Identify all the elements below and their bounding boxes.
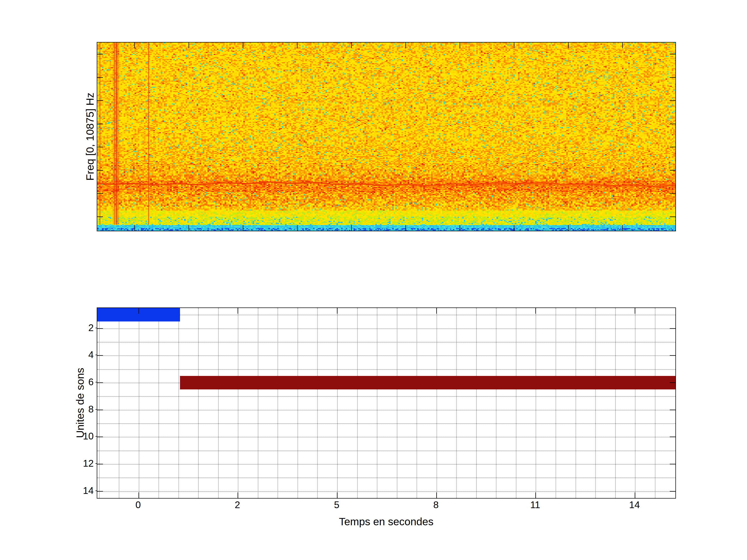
spectrogram-tick-mark [97, 100, 103, 101]
x-tick-mark [238, 492, 238, 498]
y-tick-mark [97, 328, 103, 329]
x-tick-mark [535, 492, 536, 498]
spectrogram-tick-mark [460, 43, 460, 48]
y-tick-label: 8 [62, 404, 94, 415]
spectrogram-tick-mark [297, 43, 298, 48]
gantt-hgrid-line [97, 464, 675, 464]
spectrogram-tick-mark [97, 193, 103, 194]
spectrogram-tick-mark [243, 43, 243, 48]
gantt-vgrid-line [218, 308, 218, 498]
y-tick-mark [97, 355, 103, 356]
y-tick-label: 4 [62, 350, 94, 360]
gantt-vgrid-line [238, 308, 238, 498]
gantt-vgrid-line [139, 308, 139, 498]
spectrogram-tick-mark [188, 43, 189, 48]
spectrogram-tick-mark [514, 225, 514, 231]
x-tick-label: 2 [222, 500, 253, 510]
y-tick-mark [670, 491, 675, 491]
y-tick-label: 10 [62, 431, 94, 442]
gantt-hgrid-line [97, 355, 675, 356]
spectrogram-tick-mark [188, 225, 189, 231]
x-tick-mark [138, 492, 139, 498]
spectrogram-tick-mark [670, 54, 675, 54]
spectrogram-tick-mark [97, 124, 103, 124]
gantt-hgrid-line [97, 396, 675, 397]
gantt-vgrid-line [516, 308, 516, 498]
gantt-vgrid-line [198, 308, 199, 498]
gantt-vgrid-line [655, 308, 655, 498]
spectrogram-tick-mark [460, 225, 460, 231]
gantt-hgrid-line [97, 437, 675, 437]
gantt-vgrid-line [416, 308, 417, 498]
x-tick-label: 14 [619, 500, 650, 510]
spectrogram-tick-mark [97, 147, 103, 147]
gantt-vgrid-line [456, 308, 457, 498]
spectrogram-tick-mark [97, 216, 103, 217]
spectrogram-tick-mark [568, 225, 569, 231]
gantt-vgrid-line [178, 308, 179, 498]
gantt-vgrid-line [298, 308, 298, 498]
gantt-vgrid-line [119, 308, 119, 498]
spectrogram-tick-mark [670, 77, 675, 78]
gantt-vgrid-line [615, 308, 616, 498]
spectrogram-tick-mark [622, 43, 623, 48]
spectrogram-tick-mark [97, 77, 103, 78]
y-tick-mark-outer [96, 328, 97, 328]
gantt-hgrid-line [97, 451, 675, 451]
gantt-vgrid-line [278, 308, 278, 498]
y-tick-mark-outer [96, 355, 97, 355]
y-tick-mark [670, 464, 675, 464]
matlab-figure: Freq [0, 10875] Hz Unites de sons Temps … [0, 0, 747, 560]
y-tick-mark [670, 436, 675, 437]
spectrogram-tick-mark [97, 170, 103, 170]
spectrogram-tick-mark [134, 225, 135, 231]
y-tick-mark-outer [96, 490, 97, 491]
x-tick-mark [436, 308, 437, 314]
gantt-vgrid-line [437, 308, 437, 498]
spectrogram-tick-mark [568, 43, 569, 48]
spectrogram-tick-mark [670, 124, 675, 124]
spectrogram-tick-mark [670, 216, 675, 217]
gantt-vgrid-line [337, 308, 338, 498]
gantt-axes [97, 308, 676, 499]
y-tick-mark [670, 328, 675, 329]
x-tick-label: 0 [123, 500, 154, 510]
x-tick-mark [635, 308, 635, 314]
y-tick-label: 2 [62, 323, 94, 333]
gantt-hgrid-line [97, 423, 675, 424]
spectrogram-tick-mark [297, 225, 298, 231]
y-tick-label: 12 [62, 458, 94, 469]
gantt-hgrid-line [97, 478, 675, 478]
y-tick-mark [97, 410, 103, 410]
gantt-vgrid-line [575, 308, 576, 498]
spectrogram-tick-mark [670, 100, 675, 101]
spectrogram-tick-mark [97, 54, 103, 54]
spectrogram-tick-mark [351, 225, 352, 231]
gantt-vgrid-line [635, 308, 636, 498]
y-tick-mark [97, 436, 103, 437]
gantt-bar-unit-6 [180, 376, 675, 390]
x-tick-label: 11 [519, 500, 551, 510]
spectrogram-axes [97, 42, 676, 231]
gantt-vgrid-line [99, 308, 100, 498]
spectrogram-tick-mark [405, 225, 406, 231]
gantt-hgrid-line [97, 369, 675, 370]
gantt-vgrid-line [357, 308, 358, 498]
y-tick-mark [97, 464, 103, 464]
gantt-hgrid-line [97, 410, 675, 410]
x-tick-mark [337, 308, 337, 314]
gantt-hgrid-line [97, 342, 675, 343]
x-tick-mark [436, 492, 437, 498]
gantt-vgrid-line [377, 308, 378, 498]
gantt-hgrid-line [97, 491, 675, 492]
x-tick-label: 8 [420, 500, 452, 510]
y-tick-mark-outer [96, 436, 97, 436]
y-tick-label: 14 [62, 486, 94, 496]
spectrogram-tick-mark [670, 147, 675, 147]
spectrogram-tick-mark [514, 43, 514, 48]
gantt-vgrid-line [556, 308, 556, 498]
x-tick-label: 5 [321, 500, 352, 510]
gantt-vgrid-line [476, 308, 477, 498]
x-tick-mark [138, 308, 139, 314]
spectrogram-tick-mark [670, 193, 675, 194]
